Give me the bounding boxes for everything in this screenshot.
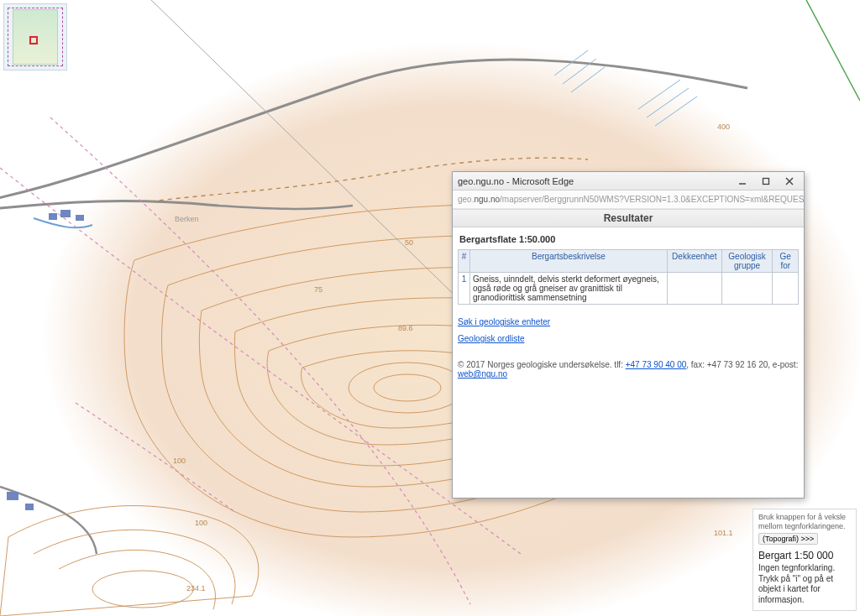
table-header-row: # Bergartsbeskrivelse Dekkeenhet Geologi…: [459, 250, 799, 273]
contour-label-100a: 100: [173, 457, 186, 465]
contour-label-895: 89.6: [398, 324, 413, 332]
cell-geogruppe: [721, 273, 773, 305]
contour-label-400: 400: [717, 123, 730, 131]
footer-email-link[interactable]: web@ngu.no: [458, 369, 507, 378]
contour-label-1011: 101.1: [714, 529, 733, 537]
maximize-icon: [762, 177, 770, 185]
table-row[interactable]: 1 Gneiss, uinndelt, delvis sterkt deform…: [459, 273, 799, 305]
cell-beskrivelse: Gneiss, uinndelt, delvis sterkt deformer…: [470, 273, 668, 305]
legend-title: Bergart 1:50 000: [758, 550, 851, 561]
link-ordliste[interactable]: Geologisk ordliste: [458, 334, 524, 343]
contour-label-2341: 234.1: [186, 584, 206, 593]
result-popup-window: geo.ngu.no - Microsoft Edge geo.ngu.no/m…: [452, 171, 805, 499]
svg-rect-12: [7, 492, 18, 500]
svg-point-0: [349, 363, 466, 413]
popup-footer: © 2017 Norges geologiske undersøkelse. t…: [458, 360, 799, 378]
layer-subtitle: Bergartsflate 1:50.000: [459, 234, 799, 244]
footer-mid: , fax: +47 73 92 16 20, e-post:: [686, 360, 798, 369]
close-button[interactable]: [779, 174, 800, 189]
cell-geofor: [773, 273, 799, 305]
url-host: ngu.no: [474, 195, 500, 204]
svg-rect-15: [763, 178, 769, 184]
col-geofor[interactable]: Ge for: [773, 250, 799, 273]
svg-line-6: [638, 80, 680, 109]
popup-titlebar[interactable]: geo.ngu.no - Microsoft Edge: [453, 172, 804, 191]
place-label-berken: Berken: [175, 215, 199, 223]
popup-links: Søk i geologiske enheter Geologisk ordli…: [458, 316, 799, 343]
url-prefix: geo.: [458, 195, 474, 204]
svg-rect-11: [76, 215, 84, 221]
address-bar[interactable]: geo.ngu.no/mapserver/BerggrunnN50WMS?VER…: [453, 191, 804, 209]
results-header: Resultater: [453, 209, 804, 227]
legend-hint: Bruk knappen for å veksle mellom tegnfor…: [758, 513, 851, 531]
footer-tel-link[interactable]: +47 73 90 40 00: [626, 360, 687, 369]
svg-rect-10: [60, 210, 71, 217]
col-geogruppe[interactable]: Geologisk gruppe: [721, 250, 773, 273]
svg-point-1: [374, 374, 441, 401]
svg-point-2: [92, 571, 193, 608]
svg-rect-9: [49, 213, 57, 220]
contour-label-75: 75: [314, 285, 322, 294]
cell-idx: 1: [459, 273, 470, 305]
popup-content: Bergartsflate 1:50.000 # Bergartsbeskriv…: [453, 227, 804, 498]
svg-line-7: [647, 88, 689, 117]
svg-line-5: [571, 67, 605, 92]
col-beskrivelse[interactable]: Bergartsbeskrivelse: [470, 250, 668, 273]
link-search-units[interactable]: Søk i geologiske enheter: [458, 317, 550, 326]
col-dekkeenhet[interactable]: Dekkeenhet: [667, 250, 721, 273]
overview-map[interactable]: [3, 3, 67, 70]
col-idx[interactable]: #: [459, 250, 470, 273]
legend-body: Ingen tegnforklaring. Trykk på "i" og på…: [758, 563, 851, 605]
footer-prefix: © 2017 Norges geologiske undersøkelse. t…: [458, 360, 626, 369]
popup-title: geo.ngu.no - Microsoft Edge: [458, 176, 730, 186]
svg-line-8: [655, 97, 697, 126]
overview-marker: [29, 36, 38, 44]
minimize-button[interactable]: [732, 174, 753, 189]
minimize-icon: [738, 177, 747, 185]
toggle-legend-button[interactable]: (Topografi) >>>: [758, 533, 818, 545]
cell-dekkeenhet: [667, 273, 721, 305]
url-path: /mapserver/BerggrunnN50WMS?VERSION=1.3.0…: [500, 195, 804, 204]
legend-panel: Bruk knappen for å veksle mellom tegnfor…: [752, 509, 857, 611]
close-icon: [785, 177, 794, 185]
svg-rect-13: [25, 504, 34, 510]
contour-label-100b: 100: [195, 519, 207, 527]
contour-label-50: 50: [405, 238, 413, 247]
results-table: # Bergartsbeskrivelse Dekkeenhet Geologi…: [458, 249, 799, 305]
maximize-button[interactable]: [755, 174, 777, 189]
